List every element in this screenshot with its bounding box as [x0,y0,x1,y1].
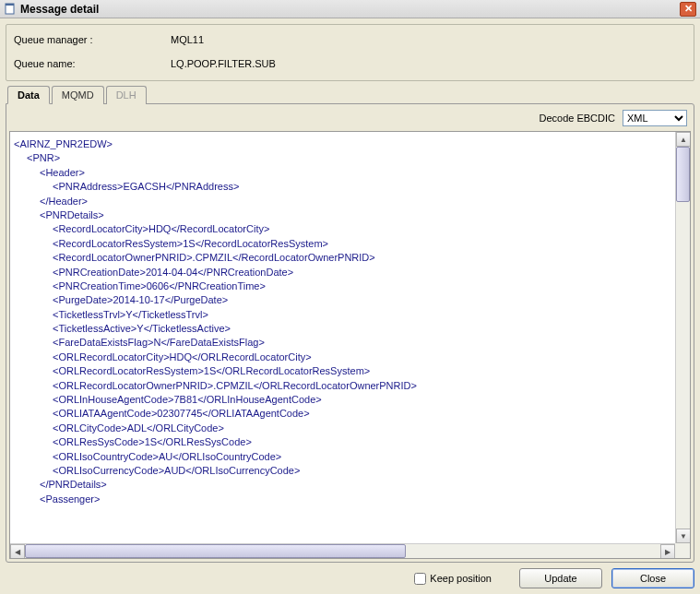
close-icon: ✕ [684,4,693,14]
vertical-scrollbar[interactable]: ▲ ▼ [675,132,690,543]
xml-line: <TicketlessActive>Y</TicketlessActive> [14,322,686,336]
footer-bar: Keep position Update Close [6,563,694,588]
xml-line: <AIRNZ_PNR2EDW> [14,137,686,151]
update-button[interactable]: Update [519,568,602,588]
xml-line: <ORLRecordLocatorOwnerPNRID>.CPMZIL</ORL… [14,379,686,393]
xml-line: <ORLIsoCurrencyCode>AUD</ORLIsoCurrencyC… [14,464,686,478]
xml-line: <ORLIATAAgentCode>02307745</ORLIATAAgent… [14,407,686,421]
xml-line: <PNRDetails> [14,208,686,222]
close-button[interactable]: Close [611,568,694,588]
hscroll-thumb[interactable] [25,544,406,558]
tab-mqmd[interactable]: MQMD [52,86,104,104]
xml-line: <PNRCreationDate>2014-04-04</PNRCreation… [14,266,686,279]
window-icon [4,3,17,16]
tab-panel: Decode EBCDIC XML <AIRNZ_PNR2EDW><PNR><H… [6,103,694,563]
vscroll-track[interactable] [676,147,690,529]
tab-data[interactable]: Data [7,86,50,104]
xml-content-viewer[interactable]: <AIRNZ_PNR2EDW><PNR><Header><PNRAddress>… [10,132,690,558]
xml-line: <ORLCityCode>ADL</ORLCityCode> [14,422,686,435]
scroll-left-arrow-icon[interactable]: ◀ [10,544,25,559]
scrollbar-corner [675,543,690,558]
title-bar: Message detail ✕ [0,0,700,18]
xml-line: <PNR> [14,151,686,165]
xml-line: <Passenger> [14,493,686,506]
xml-line: <ORLRecordLocatorCity>HDQ</ORLRecordLoca… [14,350,686,364]
window-title: Message detail [20,3,680,16]
xml-line: <ORLInHouseAgentCode>7B81</ORLInHouseAge… [14,393,686,407]
xml-line: <RecordLocatorCity>HDQ</RecordLocatorCit… [14,222,686,236]
xml-line: <RecordLocatorResSystem>1S</RecordLocato… [14,237,686,251]
queue-info-panel: Queue manager : MQL11 Queue name: LQ.POO… [6,24,694,81]
queue-name-label: Queue name: [14,58,171,69]
vscroll-thumb[interactable] [676,147,690,202]
decode-format-select[interactable]: XML [623,110,687,126]
xml-line: <ORLResSysCode>1S</ORLResSysCode> [14,435,686,449]
keep-position-control[interactable]: Keep position [414,573,492,585]
decode-label: Decode EBCDIC [539,113,615,124]
svg-rect-1 [6,4,14,6]
queue-manager-label: Queue manager : [14,34,171,45]
xml-line: <TicketlessTrvl>Y</TicketlessTrvl> [14,308,686,322]
tab-dlh[interactable]: DLH [106,86,147,104]
xml-line: <ORLIsoCountryCode>AU</ORLIsoCountryCode… [14,450,686,464]
xml-line: <PurgeDate>2014-10-17</PurgeDate> [14,293,686,307]
xml-line: <PNRAddress>EGACSH</PNRAddress> [14,180,686,194]
queue-name-value: LQ.POOP.FILTER.SUB [171,58,276,69]
xml-line: <ORLRecordLocatorResSystem>1S</ORLRecord… [14,364,686,378]
xml-line: </PNRDetails> [14,478,686,492]
keep-position-checkbox[interactable] [414,573,426,585]
scroll-right-arrow-icon[interactable]: ▶ [660,544,675,559]
xml-line: <Header> [14,166,686,180]
scroll-down-arrow-icon[interactable]: ▼ [676,529,691,543]
xml-line: <PNRCreationTime>0606</PNRCreationTime> [14,279,686,293]
xml-line: <RecordLocatorOwnerPNRID>.CPMZIL</Record… [14,251,686,265]
scroll-up-arrow-icon[interactable]: ▲ [676,132,691,147]
horizontal-scrollbar[interactable]: ◀ ▶ [10,543,675,558]
close-window-button[interactable]: ✕ [680,2,696,17]
keep-position-label: Keep position [430,573,492,584]
xml-line: </Header> [14,195,686,208]
hscroll-track[interactable] [25,544,660,558]
tab-bar: Data MQMD DLH [6,86,694,104]
xml-line: <FareDataExistsFlag>N</FareDataExistsFla… [14,336,686,350]
queue-manager-value: MQL11 [171,34,204,45]
